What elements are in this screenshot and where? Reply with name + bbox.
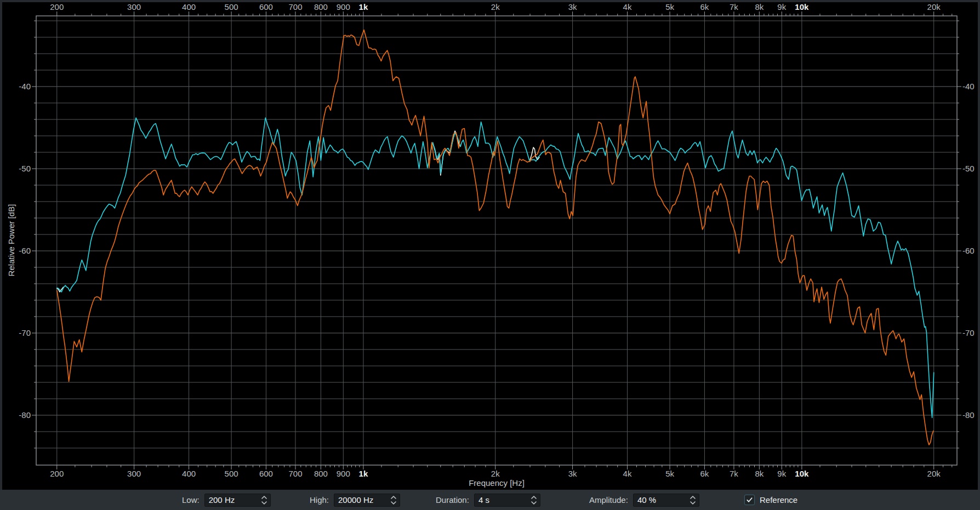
x-tick-label-top-300: 300 — [127, 2, 141, 12]
x-tick-label-top-800: 800 — [314, 2, 328, 12]
x-tick-label-bottom-2k: 2k — [491, 469, 500, 478]
plot-border — [36, 16, 957, 465]
spinner-arrows-icon[interactable] — [687, 494, 699, 506]
x-tick-label-top-9k: 9k — [777, 2, 786, 12]
high-frequency-spinbox[interactable]: 20000 Hz — [334, 494, 400, 507]
y-tick-label-right--60: -60 — [962, 246, 975, 255]
x-tick-label-bottom-9k: 9k — [777, 469, 786, 478]
duration-spinbox[interactable]: 4 s — [474, 494, 540, 507]
amplitude-value: 40 % — [634, 495, 687, 505]
x-tick-label-bottom-20k: 20k — [927, 469, 941, 478]
reference-group: Reference — [744, 490, 797, 510]
plot-region: 2002003003004004005005006006007007008008… — [2, 2, 978, 490]
toolbar: Low: 200 Hz High: 20000 Hz Duration: 4 s — [0, 490, 980, 510]
analyzer-window: 2002003003004004005005006006007007008008… — [0, 0, 980, 510]
x-tick-label-bottom-300: 300 — [127, 469, 141, 478]
x-tick-label-bottom-6k: 6k — [700, 469, 709, 478]
high-frequency-group: High: 20000 Hz — [310, 490, 400, 510]
duration-value: 4 s — [475, 495, 528, 505]
x-tick-label-top-5k: 5k — [665, 2, 674, 12]
y-tick-label-right--80: -80 — [962, 410, 975, 420]
spectrum-plot[interactable]: 2002003003004004005005006006007007008008… — [2, 2, 978, 490]
x-tick-label-bottom-7k: 7k — [730, 469, 738, 478]
x-tick-label-top-200: 200 — [50, 2, 64, 12]
y-tick-label-left--80: -80 — [19, 410, 31, 420]
x-tick-label-bottom-8k: 8k — [755, 469, 764, 478]
spinner-arrows-icon[interactable] — [258, 494, 270, 506]
x-tick-label-bottom-200: 200 — [50, 469, 64, 478]
reference-checkbox[interactable] — [744, 495, 755, 505]
y-tick-label-left--70: -70 — [19, 328, 31, 337]
x-tick-label-top-400: 400 — [182, 2, 196, 12]
x-tick-label-top-4k: 4k — [623, 2, 632, 12]
x-tick-label-top-3k: 3k — [568, 2, 577, 12]
x-tick-label-bottom-1k: 1k — [359, 469, 368, 478]
x-tick-label-bottom-3k: 3k — [568, 469, 577, 478]
x-tick-label-top-700: 700 — [288, 2, 302, 12]
x-tick-label-top-20k: 20k — [927, 2, 941, 12]
x-tick-label-bottom-5k: 5k — [665, 469, 674, 478]
amplitude-label: Amplitude: — [589, 495, 628, 505]
duration-group: Duration: 4 s — [436, 490, 540, 510]
y-tick-label-left--50: -50 — [19, 164, 31, 173]
checkmark-icon — [746, 496, 753, 503]
x-tick-label-top-8k: 8k — [755, 2, 764, 12]
low-label: Low: — [182, 495, 200, 505]
low-frequency-spinbox[interactable]: 200 Hz — [204, 494, 271, 507]
x-tick-label-bottom-10k: 10k — [795, 469, 809, 478]
y-tick-label-right--50: -50 — [962, 164, 975, 173]
spinner-arrows-icon[interactable] — [388, 494, 400, 506]
x-tick-label-bottom-900: 900 — [337, 469, 350, 478]
x-tick-label-bottom-400: 400 — [182, 469, 196, 478]
x-tick-label-top-600: 600 — [259, 2, 273, 12]
low-frequency-group: Low: 200 Hz — [182, 490, 271, 510]
amplitude-spinbox[interactable]: 40 % — [633, 494, 699, 507]
x-tick-label-top-900: 900 — [337, 2, 350, 12]
reference-label: Reference — [760, 495, 797, 505]
x-tick-label-top-1k: 1k — [359, 2, 368, 12]
low-value: 200 Hz — [205, 495, 258, 505]
y-tick-label-left--40: -40 — [19, 82, 31, 91]
y-tick-label-left--60: -60 — [19, 246, 31, 255]
x-tick-label-top-10k: 10k — [795, 2, 809, 12]
high-label: High: — [310, 495, 329, 505]
high-value: 20000 Hz — [334, 495, 388, 505]
x-tick-label-top-6k: 6k — [700, 2, 709, 12]
y-tick-label-right--40: -40 — [962, 82, 975, 91]
x-tick-label-top-500: 500 — [225, 2, 238, 12]
x-tick-label-bottom-700: 700 — [288, 469, 302, 478]
x-tick-label-bottom-800: 800 — [314, 469, 328, 478]
y-tick-label-right--70: -70 — [962, 328, 975, 337]
x-tick-label-bottom-4k: 4k — [623, 469, 632, 478]
x-tick-label-top-2k: 2k — [491, 2, 500, 12]
x-tick-label-bottom-500: 500 — [225, 469, 238, 478]
x-tick-label-top-7k: 7k — [730, 2, 738, 12]
x-tick-label-bottom-600: 600 — [259, 469, 273, 478]
spinner-arrows-icon[interactable] — [528, 494, 540, 506]
amplitude-group: Amplitude: 40 % — [589, 490, 699, 510]
duration-label: Duration: — [436, 495, 469, 505]
